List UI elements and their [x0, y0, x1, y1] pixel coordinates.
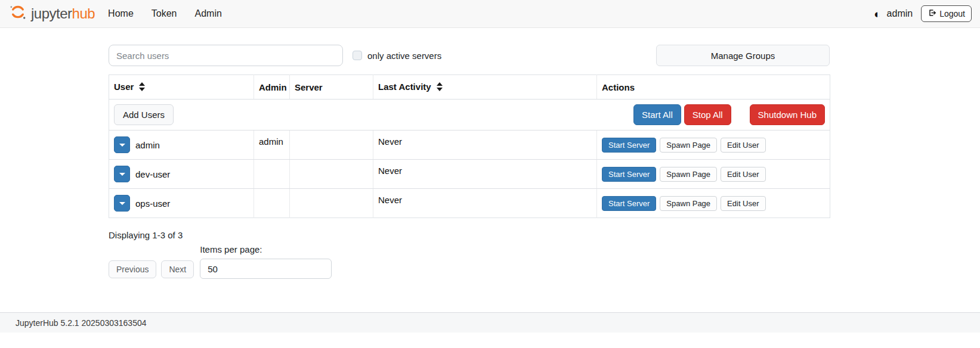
column-header-user[interactable]: User [109, 75, 254, 100]
jupyterhub-logo-icon [8, 3, 27, 24]
row-actions: Start Server Spawn Page Edit User [602, 167, 825, 182]
items-per-page-label: Items per page: [200, 244, 332, 254]
column-header-admin: Admin [254, 75, 290, 100]
caret-down-icon [119, 202, 125, 205]
caret-down-icon [119, 144, 125, 147]
nav-link-admin[interactable]: Admin [194, 8, 221, 19]
bulk-controls-row: Add Users Start All Stop All Shutdown Hu… [109, 100, 830, 130]
brand-jupyter: jupyter [31, 5, 72, 21]
version-text: JupyterHub 5.2.1 20250303163504 [16, 318, 147, 328]
edit-user-button[interactable]: Edit User [721, 196, 765, 211]
brand-wordmark: jupyterhub [31, 5, 95, 22]
logout-button[interactable]: Logout [921, 5, 972, 22]
only-active-servers-label: only active servers [367, 51, 441, 61]
nav-links: Home Token Admin [108, 8, 222, 19]
displaying-summary: Displaying 1-3 of 3 [109, 230, 830, 240]
bulk-action-buttons: Start All Stop All Shutdown Hub [633, 104, 825, 125]
server-cell [290, 189, 373, 218]
server-cell [290, 130, 373, 160]
column-header-actions: Actions [597, 75, 830, 100]
username: dev-user [135, 169, 170, 179]
edit-user-button[interactable]: Edit User [721, 167, 765, 182]
column-header-last-activity[interactable]: Last Activity [373, 75, 597, 100]
logout-label: Logout [939, 9, 965, 18]
items-per-page: Items per page: [200, 244, 332, 279]
last-activity-cell: Never [373, 160, 597, 189]
add-users-button[interactable]: Add Users [114, 104, 174, 125]
column-header-last-activity-label: Last Activity [378, 82, 431, 92]
table-header-row: User Admin Server Last Activity Actions [109, 75, 830, 100]
table-row: admin admin Never Start Server Spawn Pag… [109, 130, 830, 160]
last-activity-cell: Never [373, 130, 597, 160]
logout-icon [928, 8, 936, 19]
server-cell [290, 160, 373, 189]
caret-down-icon [119, 173, 125, 176]
spawn-page-button[interactable]: Spawn Page [660, 167, 717, 182]
pagination-controls: Previous Next Items per page: [109, 244, 830, 279]
items-per-page-input[interactable] [200, 259, 332, 279]
sort-icon[interactable] [139, 82, 145, 93]
nav-link-token[interactable]: Token [152, 8, 177, 19]
username: admin [135, 140, 160, 150]
stop-all-button[interactable]: Stop All [684, 104, 731, 125]
current-user-label: admin [887, 8, 913, 19]
row-actions: Start Server Spawn Page Edit User [602, 138, 825, 153]
user-dropdown-toggle[interactable] [114, 166, 130, 182]
jupyterhub-logo[interactable]: jupyterhub [8, 3, 95, 24]
sort-icon[interactable] [437, 82, 443, 93]
start-all-button[interactable]: Start All [633, 104, 681, 125]
active-servers-filter: only active servers [353, 51, 441, 61]
jupyterhub-admin-page: jupyterhub Home Token Admin ◐ admin Logo… [0, 0, 980, 348]
pager-buttons: Previous Next [109, 260, 194, 279]
users-table: User Admin Server Last Activity Actions … [109, 74, 830, 218]
user-dropdown-toggle[interactable] [114, 195, 130, 212]
last-activity-cell: Never [373, 189, 597, 218]
brand-hub: hub [72, 5, 95, 21]
row-actions: Start Server Spawn Page Edit User [602, 196, 825, 211]
column-header-user-label: User [114, 82, 134, 92]
toolbar: only active servers Manage Groups [109, 45, 830, 66]
column-header-server: Server [290, 75, 373, 100]
start-server-button[interactable]: Start Server [602, 167, 656, 182]
admin-cell [254, 160, 290, 189]
page-footer: JupyterHub 5.2.1 20250303163504 [0, 312, 980, 333]
admin-content: only active servers Manage Groups User A… [109, 45, 830, 279]
spawn-page-button[interactable]: Spawn Page [660, 196, 717, 211]
navbar-right: ◐ admin Logout [874, 5, 972, 22]
table-row: ops-user Never Start Server Spawn Page E… [109, 189, 830, 218]
theme-toggle-icon[interactable]: ◐ [874, 8, 880, 20]
username: ops-user [135, 198, 170, 209]
start-server-button[interactable]: Start Server [602, 138, 656, 153]
only-active-servers-checkbox[interactable] [353, 51, 362, 60]
admin-cell: admin [254, 130, 290, 160]
next-page-button[interactable]: Next [161, 260, 194, 278]
manage-groups-button[interactable]: Manage Groups [656, 45, 830, 66]
search-input[interactable] [109, 45, 343, 66]
admin-cell [254, 189, 290, 218]
navbar: jupyterhub Home Token Admin ◐ admin Logo… [0, 0, 980, 28]
start-server-button[interactable]: Start Server [602, 196, 656, 211]
nav-link-home[interactable]: Home [108, 8, 134, 19]
previous-page-button[interactable]: Previous [109, 260, 156, 278]
shutdown-hub-button[interactable]: Shutdown Hub [750, 104, 825, 125]
edit-user-button[interactable]: Edit User [721, 138, 765, 153]
spawn-page-button[interactable]: Spawn Page [660, 138, 717, 153]
table-row: dev-user Never Start Server Spawn Page E… [109, 160, 830, 189]
user-dropdown-toggle[interactable] [114, 136, 130, 153]
